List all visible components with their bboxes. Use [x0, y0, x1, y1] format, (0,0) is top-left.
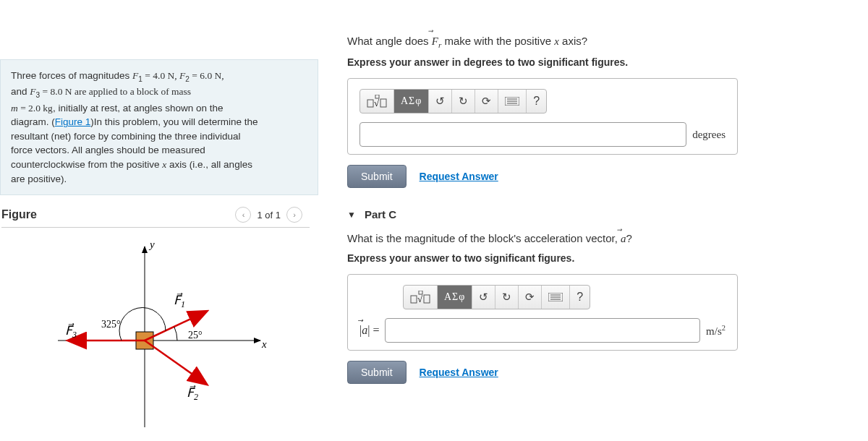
- keyboard-button[interactable]: [498, 90, 527, 113]
- partc-toolbar: √ ΑΣφ ↺ ↻ ⟳ ?: [403, 285, 590, 309]
- partc-request-answer-link[interactable]: Request Answer: [420, 367, 498, 378]
- help-button[interactable]: ?: [570, 286, 590, 309]
- figure-next-button[interactable]: ›: [286, 207, 302, 223]
- undo-button[interactable]: ↺: [429, 90, 452, 113]
- partb-answer-box: √ ΑΣφ ↺ ↻ ⟳ ? degrees: [347, 78, 738, 155]
- svg-rect-13: [367, 100, 373, 107]
- partb-prompt: What angle does F⃗r make with the positi…: [347, 35, 839, 49]
- redo-button[interactable]: ↻: [452, 90, 475, 113]
- partb-request-answer-link[interactable]: Request Answer: [420, 171, 498, 182]
- svg-text:F⃗3: F⃗3: [65, 323, 77, 340]
- greek-button[interactable]: ΑΣφ: [438, 286, 472, 309]
- help-button[interactable]: ?: [527, 90, 546, 113]
- partc-prefix: |a⃗| =: [359, 324, 379, 337]
- templates-button[interactable]: √: [360, 90, 394, 113]
- svg-text:y: y: [148, 239, 155, 250]
- figure-counter: 1 of 1: [257, 210, 281, 220]
- svg-line-7: [145, 341, 206, 384]
- partb-submit-button[interactable]: Submit: [347, 165, 407, 188]
- problem-statement: Three forces of magnitudes F1 = 4.0 N, F…: [0, 59, 318, 195]
- partc-answer-box: √ ΑΣφ ↺ ↻ ⟳ ? |a⃗| = m/s2: [347, 274, 738, 351]
- keyboard-button[interactable]: [542, 286, 570, 309]
- svg-text:F⃗2: F⃗2: [187, 385, 198, 402]
- svg-text:25°: 25°: [188, 330, 203, 341]
- reset-button[interactable]: ⟳: [475, 90, 498, 113]
- figure-title: Figure: [1, 208, 37, 221]
- figure-link[interactable]: Figure 1: [55, 116, 91, 127]
- partb-unit: degrees: [692, 129, 726, 141]
- partc-instruction: Express your answer to two significant f…: [347, 252, 839, 264]
- partc-prompt: What is the magnitude of the block's acc…: [347, 232, 839, 245]
- divider: [1, 227, 310, 228]
- partb-toolbar: √ ΑΣφ ↺ ↻ ⟳ ?: [359, 89, 547, 114]
- svg-text:F⃗1: F⃗1: [174, 293, 185, 309]
- partc-header[interactable]: ▼ Part C: [347, 208, 839, 220]
- chevron-down-icon: ▼: [347, 210, 356, 220]
- svg-text:x: x: [261, 338, 267, 350]
- svg-text:√: √: [374, 98, 380, 108]
- svg-rect-21: [411, 296, 417, 303]
- figure-prev-button[interactable]: ‹: [235, 207, 251, 223]
- svg-text:√: √: [417, 294, 423, 304]
- templates-button[interactable]: √: [404, 286, 438, 309]
- partc-unit: m/s2: [706, 324, 726, 338]
- partc-submit-button[interactable]: Submit: [347, 361, 407, 384]
- partb-answer-input[interactable]: [359, 122, 686, 147]
- greek-button[interactable]: ΑΣφ: [394, 90, 429, 113]
- svg-text:325°: 325°: [101, 319, 121, 330]
- redo-button[interactable]: ↻: [495, 286, 519, 309]
- partc-answer-input[interactable]: [385, 318, 700, 343]
- undo-button[interactable]: ↺: [472, 286, 495, 309]
- svg-rect-23: [424, 295, 430, 303]
- reset-button[interactable]: ⟳: [519, 286, 542, 309]
- force-diagram: y x F⃗1 F⃗2 F⃗3 25° 325°: [29, 232, 289, 441]
- svg-rect-15: [380, 99, 386, 107]
- partb-instruction: Express your answer in degrees to two si…: [347, 56, 839, 68]
